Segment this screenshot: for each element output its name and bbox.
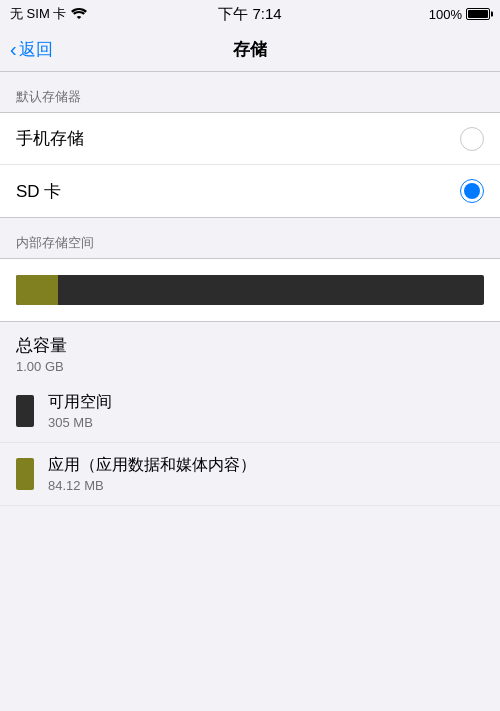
legend-item-available: 可用空间 305 MB xyxy=(0,380,500,443)
phone-storage-item[interactable]: 手机存储 xyxy=(0,113,500,165)
storage-options-list: 手机存储 SD 卡 xyxy=(0,112,500,218)
legend-size-apps: 84.12 MB xyxy=(48,478,256,493)
storage-bar xyxy=(16,275,484,305)
sd-card-item[interactable]: SD 卡 xyxy=(0,165,500,217)
page-title: 存储 xyxy=(233,38,267,61)
legend-size-available: 305 MB xyxy=(48,415,112,430)
legend-item-apps: 应用（应用数据和媒体内容） 84.12 MB xyxy=(0,443,500,506)
radio-selected-indicator xyxy=(464,183,480,199)
storage-bar-container xyxy=(0,258,500,322)
sd-card-label: SD 卡 xyxy=(16,180,61,203)
battery-percent: 100% xyxy=(429,7,462,22)
storage-legend: 可用空间 305 MB 应用（应用数据和媒体内容） 84.12 MB xyxy=(0,380,500,506)
total-capacity-value: 1.00 GB xyxy=(16,359,484,374)
phone-storage-radio[interactable] xyxy=(460,127,484,151)
back-label: 返回 xyxy=(19,38,53,61)
status-time: 下午 7:14 xyxy=(218,5,281,24)
status-bar: 无 SIM 卡 下午 7:14 100% xyxy=(0,0,500,28)
legend-name-available: 可用空间 xyxy=(48,392,112,413)
wifi-icon xyxy=(71,7,87,22)
default-storage-header: 默认存储器 xyxy=(0,72,500,112)
legend-text-apps: 应用（应用数据和媒体内容） 84.12 MB xyxy=(48,455,256,493)
legend-name-apps: 应用（应用数据和媒体内容） xyxy=(48,455,256,476)
nav-bar: ‹ 返回 存储 xyxy=(0,28,500,72)
chevron-left-icon: ‹ xyxy=(10,39,17,59)
status-left: 无 SIM 卡 xyxy=(10,5,87,23)
battery-icon xyxy=(466,8,490,20)
internal-storage-header: 内部存储空间 xyxy=(0,218,500,258)
status-right: 100% xyxy=(429,7,490,22)
sd-card-radio[interactable] xyxy=(460,179,484,203)
legend-color-apps xyxy=(16,458,34,490)
legend-color-available xyxy=(16,395,34,427)
legend-text-available: 可用空间 305 MB xyxy=(48,392,112,430)
phone-storage-label: 手机存储 xyxy=(16,127,84,150)
back-button[interactable]: ‹ 返回 xyxy=(10,38,53,61)
sim-label: 无 SIM 卡 xyxy=(10,5,66,23)
content: 默认存储器 手机存储 SD 卡 内部存储空间 总容量 1.00 GB xyxy=(0,72,500,506)
storage-bar-used xyxy=(16,275,58,305)
capacity-section: 总容量 1.00 GB xyxy=(0,322,500,380)
total-capacity-label: 总容量 xyxy=(16,334,484,357)
